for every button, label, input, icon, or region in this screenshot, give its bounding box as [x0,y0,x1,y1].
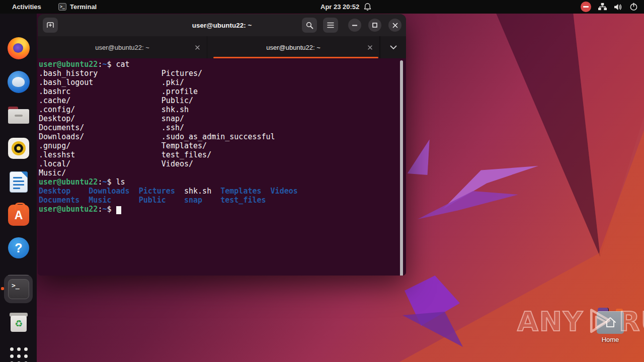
terminal-line: .bash_logout .pki/ [39,78,406,87]
tab-2-label: user@ubuntu22: ~ [266,44,320,51]
focused-app-menu[interactable]: >_ Terminal [58,0,97,14]
close-button[interactable] [388,19,401,32]
dock: A ? >_ ♻ [0,14,37,362]
tab-2-active[interactable]: user@ubuntu22: ~ [207,36,380,58]
network-icon[interactable] [598,3,607,11]
terminal-line: Documents/ .ssh/ [39,123,406,132]
terminal-cursor [116,206,121,214]
rhythmbox-icon[interactable] [7,136,31,160]
wallpaper-shape [418,191,518,226]
maximize-icon [372,23,377,28]
system-status-area[interactable] [581,0,638,14]
terminal-line: .gnupg/ Templates/ [39,141,406,150]
libreoffice-writer-icon[interactable] [7,170,31,194]
clock-text: Apr 23 20:52 [320,3,359,11]
firefox-icon[interactable] [7,36,31,60]
help-icon[interactable]: ? [7,236,31,260]
tab-bar: user@ubuntu22: ~ user@ubuntu22: ~ [38,36,406,58]
terminal-line: Desktop Downloads Pictures shk.sh Templa… [39,187,406,196]
tab-list-dropdown-button[interactable] [380,36,406,58]
terminal-line: Downloads/ .sudo_as_admin_successful [39,132,406,141]
close-icon [195,45,200,50]
terminal-titlebar[interactable]: user@ubuntu22: ~ [38,14,406,36]
terminal-line: .bashrc .profile [39,87,406,96]
terminal-line: user@ubuntu22:~$ cat [39,60,406,69]
home-folder-icon [597,308,624,334]
search-button[interactable] [302,18,317,33]
terminal-app-icon: >_ [58,3,66,11]
thunderbird-icon[interactable] [7,70,31,94]
running-app-indicator [1,287,4,290]
search-icon [306,22,313,29]
menu-button[interactable] [323,18,338,33]
terminal-line: Music/ [39,168,406,177]
minimize-icon [352,25,357,26]
close-icon [368,45,372,50]
new-tab-button[interactable] [43,18,58,33]
terminal-line: user@ubuntu22:~$ ls [39,177,406,187]
files-icon[interactable] [7,103,31,127]
terminal-line: Documents Music Public snap test_files [39,196,406,205]
terminal-line: .lesshst test_files/ [39,150,406,159]
trash-icon[interactable]: ♻ [7,311,31,335]
terminal-icon[interactable]: >_ [7,277,31,301]
new-tab-icon [46,21,54,29]
terminal-output[interactable]: user@ubuntu22:~$ cat.bash_history Pictur… [38,58,406,276]
bell-icon [364,3,371,11]
tab-2-close-button[interactable] [365,43,374,52]
terminal-line: .cache/ Public/ [39,96,406,105]
gnome-top-bar: Activities >_ Terminal Apr 23 20:52 [0,0,644,14]
close-icon [392,23,398,28]
wallpaper-shape [403,312,463,347]
chevron-down-icon [390,45,397,50]
ubuntu-software-icon[interactable]: A [7,203,31,227]
show-apps-icon[interactable] [7,344,31,362]
desktop-icon-home[interactable]: Home [596,308,625,343]
power-icon[interactable] [629,3,638,11]
terminal-scrollbar[interactable] [400,60,403,276]
terminal-line: Desktop/ snap/ [39,114,406,123]
hamburger-menu-icon [327,22,334,28]
desktop-icon-label: Home [596,336,625,343]
terminal-window: user@ubuntu22: ~ [38,14,406,276]
minimize-button[interactable] [348,19,361,32]
terminal-line: .local/ Videos/ [39,159,406,168]
maximize-button[interactable] [368,19,381,32]
terminal-line: user@ubuntu22:~$ [39,205,406,214]
record-indicator-icon[interactable] [581,2,591,12]
tab-1[interactable]: user@ubuntu22: ~ [38,36,207,58]
activities-button[interactable]: Activities [9,0,44,14]
tab-1-close-button[interactable] [193,43,202,52]
terminal-line: .bash_history Pictures/ [39,69,406,78]
focused-app-name: Terminal [70,3,97,11]
house-icon [604,317,616,328]
tab-1-label: user@ubuntu22: ~ [95,44,149,51]
terminal-line: .config/ shk.sh [39,105,406,114]
clock-button[interactable]: Apr 23 20:52 [320,0,371,14]
volume-icon[interactable] [614,3,623,11]
